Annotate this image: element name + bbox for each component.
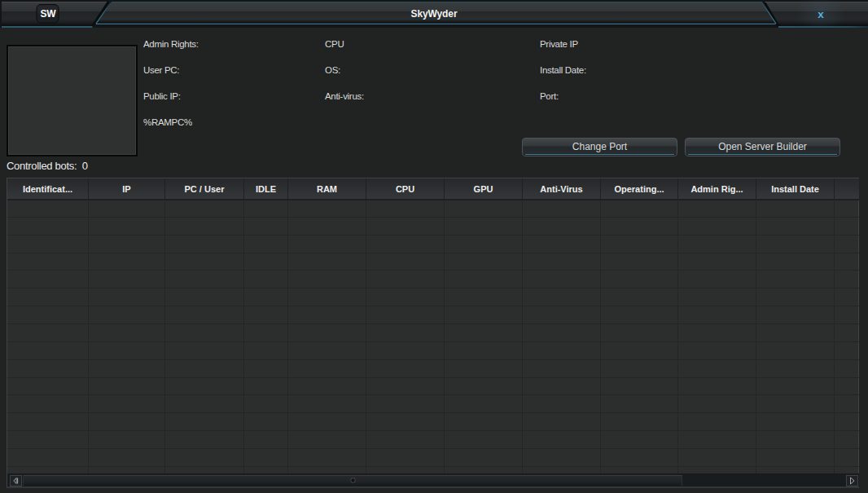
svg-text:x: x <box>818 8 824 20</box>
svg-text:SkyWyder: SkyWyder <box>410 8 457 20</box>
svg-text:SW: SW <box>41 8 57 20</box>
